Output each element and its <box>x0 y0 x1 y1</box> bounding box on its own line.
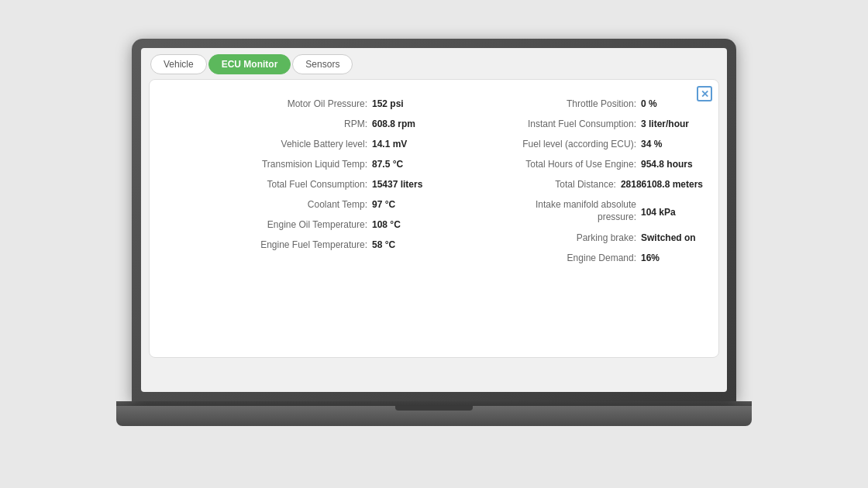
tab-sensors-label: Sensors <box>305 59 339 70</box>
row-throttle: Throttle Position: 0 % <box>434 94 703 114</box>
tab-ecu[interactable]: ECU Monitor <box>208 54 291 74</box>
row-hours: Total Hours of Use Engine: 954.8 hours <box>434 154 703 174</box>
value-trans-temp: 87.5 °C <box>372 159 434 170</box>
screen-bezel: Vehicle ECU Monitor Sensors ✕ <box>132 39 736 401</box>
tab-sensors[interactable]: Sensors <box>292 54 353 74</box>
row-rpm: RPM: 608.8 rpm <box>165 114 434 134</box>
tab-vehicle[interactable]: Vehicle <box>150 54 207 74</box>
label-intake: Intake manifold absolute pressure: <box>434 199 636 223</box>
value-coolant: 97 °C <box>372 199 434 210</box>
label-parking: Parking brake: <box>434 232 636 243</box>
value-fuel-level: 34 % <box>641 139 703 149</box>
screen-content: Vehicle ECU Monitor Sensors ✕ <box>141 48 727 392</box>
ecu-panel: ✕ Motor Oil Pressure: 152 psi RPM: 608.8 <box>149 79 719 358</box>
value-motor-oil: 152 psi <box>372 98 434 109</box>
left-column: Motor Oil Pressure: 152 psi RPM: 608.8 r… <box>165 94 434 268</box>
value-rpm: 608.8 rpm <box>372 119 434 129</box>
row-battery: Vehicle Battery level: 14.1 mV <box>165 134 434 154</box>
row-engine-oil-temp: Engine Oil Temperature: 108 °C <box>165 215 434 235</box>
value-hours: 954.8 hours <box>641 159 703 170</box>
row-coolant: Coolant Temp: 97 °C <box>165 194 434 215</box>
row-fuel-consumption: Total Fuel Consumption: 15437 liters <box>165 174 434 194</box>
value-fuel-consumption: 15437 liters <box>372 179 434 190</box>
laptop-base <box>116 406 752 426</box>
right-column: Throttle Position: 0 % Instant Fuel Cons… <box>434 94 703 268</box>
label-battery: Vehicle Battery level: <box>165 139 367 149</box>
label-engine-oil-temp: Engine Oil Temperature: <box>165 219 367 230</box>
tabs-row: Vehicle ECU Monitor Sensors <box>141 48 727 74</box>
label-rpm: RPM: <box>165 119 367 129</box>
label-fuel-consumption: Total Fuel Consumption: <box>165 179 367 190</box>
row-engine-demand: Engine Demand: 16% <box>434 248 703 268</box>
row-instant-fuel: Instant Fuel Consumption: 3 liter/hour <box>434 114 703 134</box>
label-motor-oil: Motor Oil Pressure: <box>165 98 367 109</box>
tab-vehicle-label: Vehicle <box>164 59 194 70</box>
row-trans-temp: Transmision Liquid Temp: 87.5 °C <box>165 154 434 174</box>
label-hours: Total Hours of Use Engine: <box>434 159 636 170</box>
intake-label-line1: Intake manifold absolute <box>536 199 636 210</box>
label-trans-temp: Transmision Liquid Temp: <box>165 159 367 170</box>
row-parking: Parking brake: Switched on <box>434 228 703 248</box>
tab-ecu-label: ECU Monitor <box>222 59 278 70</box>
label-instant-fuel: Instant Fuel Consumption: <box>434 119 636 129</box>
row-engine-fuel-temp: Engine Fuel Temperature: 58 °C <box>165 235 434 255</box>
intake-label-line2: pressure: <box>598 211 636 222</box>
label-fuel-level: Fuel level (according ECU): <box>434 139 636 149</box>
label-engine-demand: Engine Demand: <box>434 253 636 263</box>
value-battery: 14.1 mV <box>372 139 434 149</box>
data-grid: Motor Oil Pressure: 152 psi RPM: 608.8 r… <box>165 94 703 268</box>
row-motor-oil: Motor Oil Pressure: 152 psi <box>165 94 434 114</box>
label-coolant: Coolant Temp: <box>165 199 367 210</box>
close-button[interactable]: ✕ <box>697 86 712 101</box>
value-engine-oil-temp: 108 °C <box>372 219 434 230</box>
value-distance: 28186108.8 meters <box>621 179 703 190</box>
screen: Vehicle ECU Monitor Sensors ✕ <box>141 48 727 392</box>
value-engine-demand: 16% <box>641 253 703 263</box>
label-engine-fuel-temp: Engine Fuel Temperature: <box>165 239 367 250</box>
value-throttle: 0 % <box>641 98 703 109</box>
value-engine-fuel-temp: 58 °C <box>372 239 434 250</box>
label-distance: Total Distance: <box>434 179 616 190</box>
row-intake: Intake manifold absolute pressure: 104 k… <box>434 194 703 228</box>
laptop-container: Vehicle ECU Monitor Sensors ✕ <box>116 39 752 449</box>
value-parking: Switched on <box>641 232 703 243</box>
row-distance: Total Distance: 28186108.8 meters <box>434 174 703 194</box>
label-throttle: Throttle Position: <box>434 98 636 109</box>
row-fuel-level: Fuel level (according ECU): 34 % <box>434 134 703 154</box>
value-intake: 104 kPa <box>641 199 703 218</box>
value-instant-fuel: 3 liter/hour <box>641 119 703 129</box>
close-icon: ✕ <box>701 88 709 100</box>
